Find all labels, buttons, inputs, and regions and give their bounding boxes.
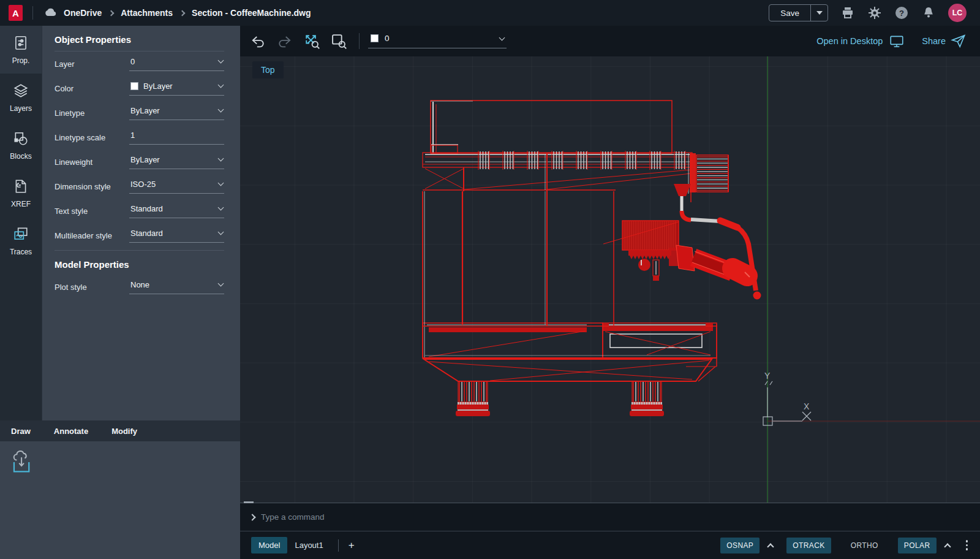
command-input[interactable] <box>261 512 690 522</box>
property-label: Linetype scale <box>55 133 129 142</box>
property-label: Dimension style <box>55 182 129 191</box>
onedrive-cloud-icon <box>43 6 58 20</box>
property-value: ByLayer <box>143 82 173 91</box>
property-label: Color <box>55 84 129 93</box>
notifications-bell-icon[interactable] <box>921 6 936 20</box>
ucs-y-label: Y <box>764 371 771 381</box>
dimension-style-select[interactable]: ISO-25 <box>129 180 224 194</box>
sidebar-item-xref[interactable]: XREF <box>0 169 42 217</box>
tab-modify[interactable]: Modify <box>111 427 137 436</box>
header-divider <box>32 6 33 20</box>
settings-gear-icon[interactable] <box>867 6 882 20</box>
save-button[interactable]: Save <box>769 5 810 21</box>
toggle-osnap[interactable]: OSNAP <box>720 538 760 553</box>
view-cube-label[interactable]: Top <box>252 61 284 78</box>
properties-panel-icon <box>13 35 29 53</box>
save-options-button[interactable] <box>810 5 827 21</box>
print-icon[interactable] <box>840 6 855 20</box>
zoom-extents-icon[interactable] <box>303 32 321 50</box>
color-swatch <box>130 82 138 90</box>
lineweight-select[interactable]: ByLayer <box>129 155 224 169</box>
plot-style-select[interactable]: None <box>129 280 224 294</box>
linetype-scale-input[interactable]: 1 <box>129 131 224 145</box>
property-value: Standard <box>130 229 163 238</box>
property-row-linetype: Linetype ByLayer <box>55 101 224 125</box>
add-layout-button[interactable]: + <box>346 539 357 552</box>
property-row-dimension-style: Dimension style ISO-25 <box>55 174 224 199</box>
polar-flyout-chevron-up-icon[interactable] <box>944 543 951 550</box>
undo-icon[interactable] <box>249 32 267 50</box>
command-prompt-icon <box>249 514 255 520</box>
properties-panel: Object Properties Layer 0 Color ByLayer … <box>42 26 240 420</box>
multileader-style-select[interactable]: Standard <box>129 229 224 243</box>
breadcrumb-separator-icon <box>179 10 186 16</box>
property-label: Linetype <box>55 108 129 118</box>
share-plane-icon <box>951 33 967 49</box>
color-select[interactable]: ByLayer <box>129 82 224 96</box>
property-row-plot-style: Plot style None <box>55 275 224 299</box>
sidebar-item-blocks[interactable]: Blocks <box>0 121 42 169</box>
share-button[interactable]: Share <box>922 33 967 49</box>
property-value: 0 <box>130 57 135 66</box>
chevron-down-icon <box>218 58 224 64</box>
sidebar-item-properties[interactable]: Prop. <box>0 26 42 74</box>
tab-layout1[interactable]: Layout1 <box>287 537 330 553</box>
tab-annotate[interactable]: Annotate <box>54 427 88 436</box>
sidebar-item-label: XREF <box>11 200 31 208</box>
help-icon[interactable]: ? <box>894 6 909 20</box>
header-actions: Save ? LC <box>769 4 980 22</box>
statusbar-divider <box>338 539 339 552</box>
linetype-select[interactable]: ByLayer <box>129 106 224 120</box>
command-bar <box>240 503 980 531</box>
chevron-down-icon <box>218 107 224 113</box>
chevron-down-icon <box>218 180 224 186</box>
monitor-icon <box>889 33 905 49</box>
sidebar-item-layers[interactable]: Layers <box>0 74 42 121</box>
toolbar-right: Open in Desktop Share <box>816 33 980 49</box>
tab-draw[interactable]: Draw <box>11 427 31 436</box>
main-area: 0 Open in Desktop Share Top YX Model Lay… <box>240 26 980 559</box>
current-layer-value: 0 <box>385 34 390 43</box>
xref-icon <box>13 178 29 196</box>
model-properties-title: Model Properties <box>55 259 224 270</box>
property-value: Standard <box>130 204 163 213</box>
breadcrumb-item-attachments[interactable]: Attachments <box>121 8 173 18</box>
overflow-menu-icon[interactable] <box>962 538 972 553</box>
share-label: Share <box>922 36 946 46</box>
property-label: Text style <box>55 207 129 216</box>
text-style-select[interactable]: Standard <box>129 204 224 218</box>
property-label: Layer <box>55 59 129 69</box>
open-in-desktop-button[interactable]: Open in Desktop <box>816 33 905 49</box>
chevron-down-icon <box>218 205 224 211</box>
breadcrumb-item-onedrive[interactable]: OneDrive <box>64 8 102 18</box>
sidebar-item-traces[interactable]: Traces <box>0 217 42 265</box>
insert-from-cloud-button[interactable] <box>9 450 33 476</box>
toggle-polar[interactable]: POLAR <box>898 538 937 553</box>
avatar[interactable]: LC <box>948 4 967 22</box>
osnap-flyout-chevron-up-icon[interactable] <box>767 543 774 550</box>
redo-icon[interactable] <box>276 32 294 50</box>
toggle-otrack[interactable]: OTRACK <box>786 538 831 553</box>
property-row-layer: Layer 0 <box>55 51 224 76</box>
property-row-text-style: Text style Standard <box>55 199 224 223</box>
breadcrumb-item-filename: Section - CoffeeMachine.dwg <box>192 8 311 18</box>
toggle-ortho[interactable]: ORTHO <box>845 538 884 553</box>
property-label: Lineweight <box>55 158 129 167</box>
sidebar-item-label: Traces <box>10 248 32 256</box>
current-layer-select[interactable]: 0 <box>368 34 507 48</box>
zoom-window-icon[interactable] <box>330 32 348 50</box>
sidebar-item-label: Prop. <box>12 56 30 65</box>
save-caret-icon <box>816 11 823 15</box>
cad-drawing[interactable]: YX <box>240 56 980 503</box>
autocad-logo[interactable]: A <box>9 5 23 21</box>
insert-cloud-icon <box>9 450 33 476</box>
tab-model[interactable]: Model <box>251 537 287 553</box>
drawing-viewport[interactable]: Top YX <box>240 56 980 503</box>
layer-select[interactable]: 0 <box>129 57 224 71</box>
property-label: Multileader style <box>55 231 129 240</box>
panel-resize-handle[interactable] <box>244 501 254 503</box>
chevron-down-icon <box>218 82 224 88</box>
tool-rail: Prop. Layers Blocks XREF Traces <box>0 26 42 420</box>
blocks-icon <box>13 131 29 148</box>
chevron-down-icon <box>218 281 224 287</box>
